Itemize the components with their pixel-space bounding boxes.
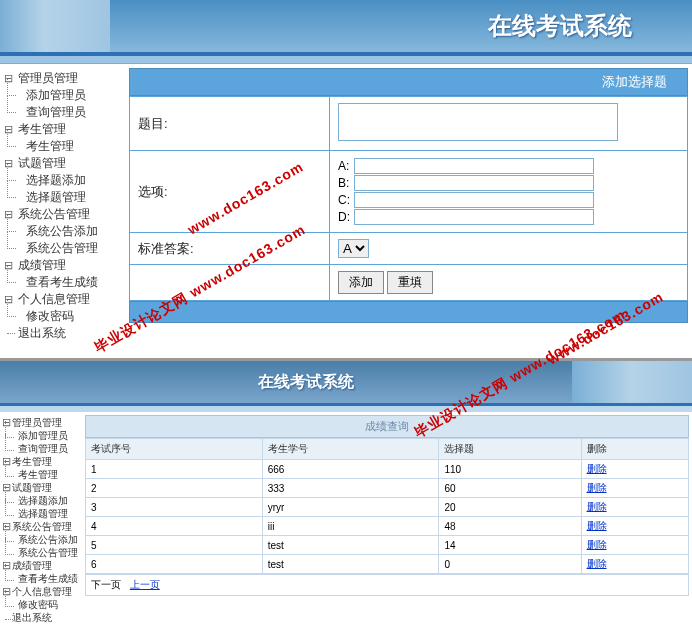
delete-link[interactable]: 删除: [587, 482, 607, 493]
table-row: 1666110删除: [86, 460, 689, 479]
sub-title: 成绩查询: [85, 415, 689, 438]
option-a-input[interactable]: [354, 158, 594, 174]
sidebar-item[interactable]: 管理员管理: [4, 70, 121, 87]
add-button[interactable]: 添加: [338, 271, 384, 294]
sidebar-item[interactable]: 考生管理: [4, 138, 121, 155]
sidebar-item[interactable]: 试题管理: [4, 155, 121, 172]
score-table: 考试序号考生学号选择题删除 1666110删除233360删除3yryr20删除…: [85, 438, 689, 574]
sidebar-item[interactable]: 个人信息管理: [4, 291, 121, 308]
sidebar-item[interactable]: 选择题管理: [4, 189, 121, 206]
delete-link[interactable]: 删除: [587, 520, 607, 531]
sidebar-item[interactable]: 修改密码: [4, 308, 121, 325]
answer-label: 标准答案:: [130, 233, 330, 265]
table-row: 6test0删除: [86, 555, 689, 574]
table-row: 3yryr20删除: [86, 498, 689, 517]
banner-title-bottom: 在线考试系统: [218, 372, 354, 393]
sidebar-item[interactable]: 系统公告管理: [4, 206, 121, 223]
table-row: 233360删除: [86, 479, 689, 498]
column-header: 考生学号: [262, 439, 439, 460]
sidebar-item[interactable]: 添加管理员: [4, 87, 121, 104]
answer-select[interactable]: A: [338, 239, 369, 258]
table-row: 4iii48删除: [86, 517, 689, 536]
banner-image-right: [572, 361, 692, 403]
sidebar-bottom: 管理员管理添加管理员查询管理员考生管理考生管理试题管理选择题添加选择题管理系统公…: [0, 412, 82, 628]
sidebar-top: 管理员管理添加管理员查询管理员考生管理考生管理试题管理选择题添加选择题管理系统公…: [0, 64, 125, 348]
sidebar-item[interactable]: 选择题管理: [2, 507, 80, 520]
top-banner: 在线考试系统: [0, 0, 692, 52]
sidebar-item[interactable]: 选择题添加: [4, 172, 121, 189]
sidebar-item[interactable]: 查看考生成绩: [2, 572, 80, 585]
option-label: 选项:: [130, 151, 330, 233]
pager-next[interactable]: 下一页: [91, 579, 121, 590]
delete-link[interactable]: 删除: [587, 463, 607, 474]
subject-label: 题目:: [130, 97, 330, 151]
column-header: 考试序号: [86, 439, 263, 460]
sidebar-item[interactable]: 考生管理: [2, 468, 80, 481]
sidebar-item[interactable]: 退出系统: [2, 611, 80, 624]
reset-button[interactable]: 重填: [387, 271, 433, 294]
sidebar-item[interactable]: 查询管理员: [2, 442, 80, 455]
delete-link[interactable]: 删除: [587, 558, 607, 569]
delete-link[interactable]: 删除: [587, 539, 607, 550]
pager-prev[interactable]: 上一页: [130, 579, 160, 590]
column-header: 删除: [581, 439, 688, 460]
content-footer-bar: [129, 301, 688, 323]
table-row: 5test14删除: [86, 536, 689, 555]
option-c-input[interactable]: [354, 192, 594, 208]
content-top: 添加选择题 题目: 选项: A: B: C: D: 标准答案:: [125, 64, 692, 348]
sidebar-item[interactable]: 系统公告管理: [4, 240, 121, 257]
content-bottom: 成绩查询 考试序号考生学号选择题删除 1666110删除233360删除3yry…: [82, 412, 692, 628]
sidebar-item[interactable]: 查看考生成绩: [4, 274, 121, 291]
sidebar-item[interactable]: 系统公告添加: [4, 223, 121, 240]
panel-title: 添加选择题: [129, 68, 688, 96]
sidebar-item[interactable]: 退出系统: [4, 325, 121, 342]
pager: 下一页 上一页: [85, 574, 689, 596]
sidebar-item[interactable]: 系统公告管理: [2, 546, 80, 559]
banner-title: 在线考试系统: [110, 10, 692, 42]
sidebar-item[interactable]: 考生管理: [4, 121, 121, 138]
sidebar-item[interactable]: 修改密码: [2, 598, 80, 611]
sidebar-item[interactable]: 查询管理员: [4, 104, 121, 121]
add-question-form: 题目: 选项: A: B: C: D: 标准答案: A: [129, 96, 688, 301]
banner-image-left: [0, 0, 110, 52]
option-b-input[interactable]: [354, 175, 594, 191]
bottom-banner: 在线考试系统: [0, 361, 692, 403]
option-d-input[interactable]: [354, 209, 594, 225]
subject-input[interactable]: [338, 103, 618, 141]
delete-link[interactable]: 删除: [587, 501, 607, 512]
column-header: 选择题: [439, 439, 581, 460]
sidebar-item[interactable]: 成绩管理: [4, 257, 121, 274]
